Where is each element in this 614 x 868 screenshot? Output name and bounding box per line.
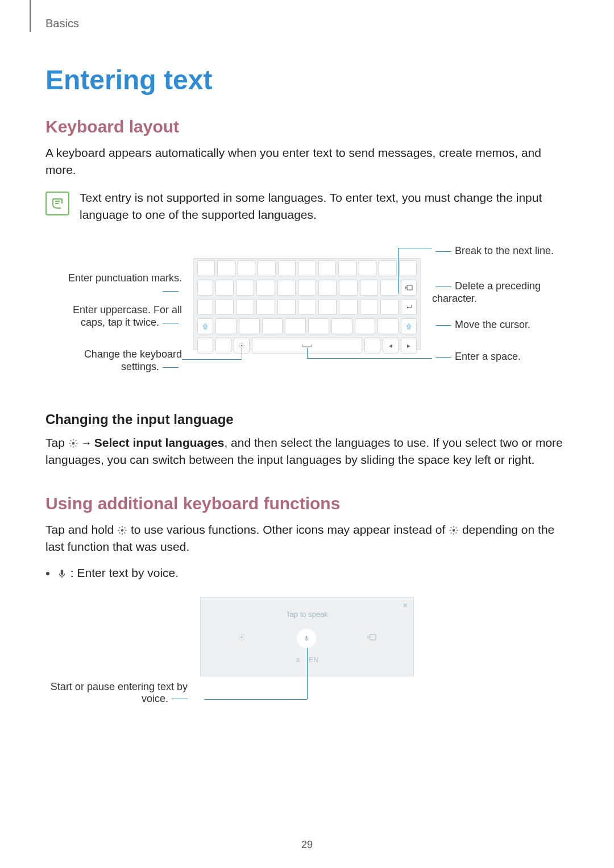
- key: [197, 338, 213, 354]
- key: [399, 260, 417, 276]
- key: [236, 280, 254, 296]
- key: [285, 318, 306, 334]
- key: [197, 260, 215, 276]
- key: [339, 299, 357, 315]
- key: [215, 318, 237, 334]
- callout-delete: Delete a preceding character.: [432, 280, 569, 305]
- svg-point-0: [241, 344, 243, 346]
- key: [238, 260, 255, 276]
- key: [298, 260, 316, 276]
- page-gutter: [30, 0, 31, 32]
- voice-diagram: Start or pause entering text by voice. ×…: [45, 597, 569, 745]
- svg-point-1: [72, 442, 74, 445]
- key: [256, 280, 275, 296]
- section-additional-functions-heading: Using additional keyboard functions: [45, 494, 569, 513]
- enter-icon: [405, 304, 412, 310]
- paragraph-input-language: Tap →Select input languages, and then se…: [45, 434, 569, 469]
- gear-icon: [117, 523, 127, 536]
- key: [360, 299, 378, 315]
- bullet-voice: : Enter text by voice.: [57, 566, 569, 580]
- callout-break: Break to the next line.: [432, 244, 554, 258]
- keyboard-illustration: ◂ ▸: [193, 258, 421, 350]
- key: [359, 260, 376, 276]
- leader-line: [204, 699, 307, 700]
- leader-line: [307, 648, 308, 699]
- key: [379, 260, 396, 276]
- backspace-icon: [367, 634, 376, 642]
- svg-point-2: [121, 529, 124, 531]
- lang-en-label: EN: [309, 656, 318, 664]
- subheading-input-language: Changing the input language: [45, 412, 569, 427]
- key: [308, 318, 329, 334]
- key: [355, 318, 376, 334]
- backspace-icon: [405, 285, 413, 290]
- shift-icon: [406, 323, 412, 330]
- key: [217, 260, 235, 276]
- cursor-left-key: ◂: [383, 338, 399, 354]
- shift-key-right: [401, 318, 417, 334]
- key: [239, 318, 260, 334]
- breadcrumb: Basics: [45, 17, 569, 30]
- key: [197, 299, 213, 315]
- gear-icon: [449, 523, 459, 536]
- key: [318, 280, 337, 296]
- space-icon: [301, 343, 313, 348]
- callout-space: Enter a space.: [432, 350, 521, 363]
- note-text: Text entry is not supported in some lang…: [80, 189, 569, 224]
- key: [277, 299, 296, 315]
- shift-icon: [202, 323, 208, 330]
- key: [262, 318, 283, 334]
- close-icon: ×: [403, 601, 408, 610]
- arrow-icon: →: [78, 437, 94, 449]
- paragraph-additional-functions: Tap and hold to use various functions. O…: [45, 521, 569, 556]
- leader-line: [182, 359, 242, 360]
- mic-button: [297, 629, 316, 648]
- svg-rect-6: [306, 636, 308, 639]
- callout-punctuation: Enter punctuation marks.: [45, 272, 182, 297]
- mic-icon: [57, 566, 67, 579]
- gear-icon: [68, 436, 78, 449]
- page-title: Entering text: [45, 64, 569, 95]
- key: [258, 260, 275, 276]
- page-number: 29: [0, 839, 614, 851]
- key: [215, 299, 234, 315]
- key: [256, 299, 275, 315]
- key: [236, 299, 254, 315]
- callout-cursor: Move the cursor.: [432, 318, 530, 331]
- key: [380, 299, 399, 315]
- key: [338, 260, 356, 276]
- key: [278, 260, 296, 276]
- svg-point-5: [240, 636, 243, 638]
- key: [377, 318, 399, 334]
- key: [298, 299, 316, 315]
- svg-rect-4: [61, 570, 64, 575]
- note-block: Text entry is not supported in some lang…: [45, 189, 569, 224]
- leader-line: [307, 348, 308, 358]
- leader-line: [398, 248, 399, 293]
- shift-key-left: [197, 318, 213, 334]
- key: [277, 280, 296, 296]
- key: [380, 280, 399, 296]
- key: [298, 280, 316, 296]
- leader-line: [242, 348, 242, 359]
- key: [318, 299, 337, 315]
- keyboard-diagram: Enter punctuation marks. Enter uppercase…: [45, 241, 569, 389]
- note-icon: [45, 192, 69, 215]
- key: [197, 280, 213, 296]
- key: [215, 280, 234, 296]
- backspace-key: [401, 280, 417, 296]
- leader-line: [307, 358, 432, 359]
- cursor-right-key: ▸: [401, 338, 417, 354]
- mic-icon: [303, 634, 310, 643]
- svg-point-3: [453, 529, 455, 531]
- tap-to-speak-label: Tap to speak: [286, 610, 328, 618]
- callout-settings: Change the keyboard settings.: [45, 348, 182, 373]
- enter-key: [401, 299, 417, 315]
- leader-line: [398, 248, 432, 248]
- key: [360, 280, 378, 296]
- callout-uppercase: Enter uppercase. For all caps, tap it tw…: [45, 304, 182, 329]
- key: [331, 318, 352, 334]
- section-keyboard-layout-heading: Keyboard layout: [45, 117, 569, 136]
- section-intro: A keyboard appears automatically when yo…: [45, 144, 569, 179]
- callout-voice: Start or pause entering text by voice.: [51, 681, 188, 704]
